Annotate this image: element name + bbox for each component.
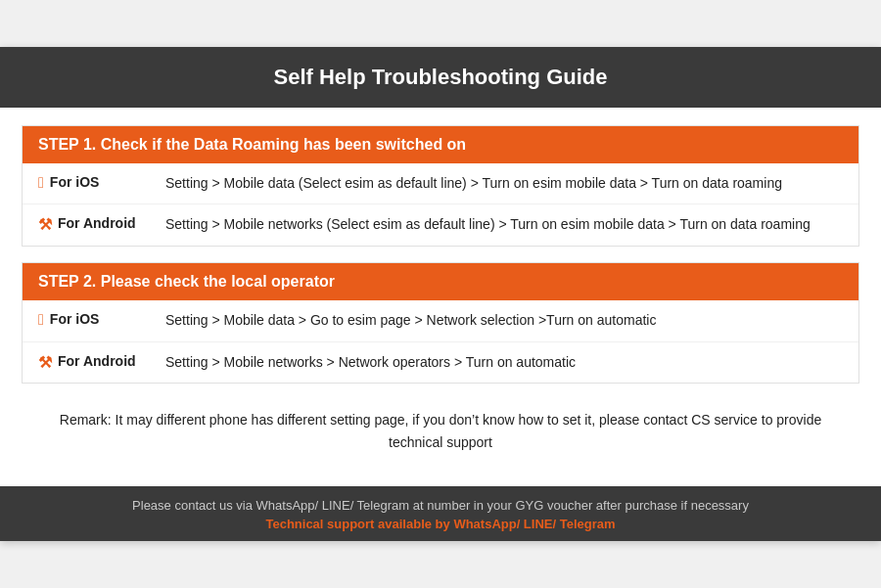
step2-heading: STEP 2. Please check the local operator bbox=[38, 273, 335, 290]
step2-ios-text: Setting > Mobile data > Go to esim page … bbox=[165, 310, 843, 332]
step2-ios-label:  For iOS bbox=[38, 310, 165, 329]
step2-android-text: Setting > Mobile networks > Network oper… bbox=[165, 352, 843, 374]
page-header: Self Help Troubleshooting Guide bbox=[0, 47, 881, 108]
footer-line2: Technical support available by WhatsApp/… bbox=[20, 517, 861, 531]
step1-ios-label:  For iOS bbox=[38, 173, 165, 192]
step1-android-label: ⚒ For Android bbox=[38, 214, 165, 234]
footer: Please contact us via WhatsApp/ LINE/ Te… bbox=[0, 486, 881, 541]
android-icon: ⚒ bbox=[38, 215, 52, 234]
ios-icon-2:  bbox=[38, 311, 44, 329]
remark-text: Remark: It may different phone has diffe… bbox=[60, 412, 821, 449]
step2-rows:  For iOS Setting > Mobile data > Go to … bbox=[23, 300, 858, 383]
step1-android-row: ⚒ For Android Setting > Mobile networks … bbox=[23, 204, 858, 246]
main-card: Self Help Troubleshooting Guide STEP 1. … bbox=[0, 47, 881, 542]
footer-line1: Please contact us via WhatsApp/ LINE/ Te… bbox=[20, 498, 861, 513]
step2-android-row: ⚒ For Android Setting > Mobile networks … bbox=[23, 342, 858, 384]
page-title: Self Help Troubleshooting Guide bbox=[20, 65, 861, 90]
step1-rows:  For iOS Setting > Mobile data (Select … bbox=[23, 163, 858, 246]
ios-icon:  bbox=[38, 174, 44, 192]
main-content: STEP 1. Check if the Data Roaming has be… bbox=[0, 108, 881, 487]
step1-section: STEP 1. Check if the Data Roaming has be… bbox=[22, 125, 859, 247]
android-icon-2: ⚒ bbox=[38, 353, 52, 372]
step1-android-text: Setting > Mobile networks (Select esim a… bbox=[165, 214, 843, 236]
step1-header: STEP 1. Check if the Data Roaming has be… bbox=[23, 126, 858, 163]
step1-ios-text: Setting > Mobile data (Select esim as de… bbox=[165, 173, 843, 195]
remark-section: Remark: It may different phone has diffe… bbox=[22, 399, 859, 469]
step2-header: STEP 2. Please check the local operator bbox=[23, 263, 858, 300]
step2-android-label: ⚒ For Android bbox=[38, 352, 165, 372]
step1-heading: STEP 1. Check if the Data Roaming has be… bbox=[38, 136, 466, 153]
step2-section: STEP 2. Please check the local operator … bbox=[22, 262, 859, 384]
step1-ios-row:  For iOS Setting > Mobile data (Select … bbox=[23, 163, 858, 205]
step2-ios-row:  For iOS Setting > Mobile data > Go to … bbox=[23, 300, 858, 342]
